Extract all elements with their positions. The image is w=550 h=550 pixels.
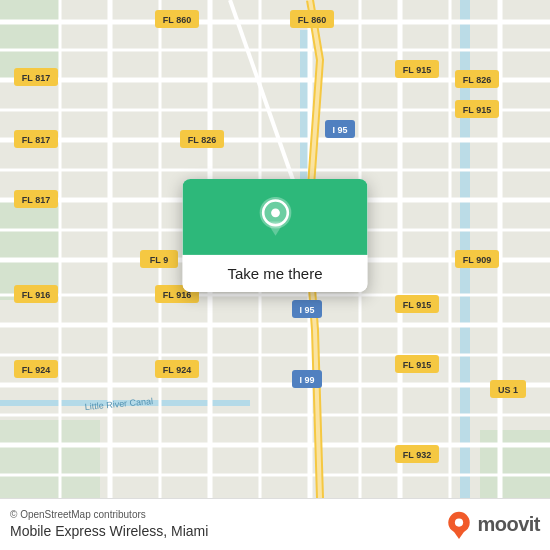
location-city: Miami: [171, 523, 208, 539]
svg-text:FL 915: FL 915: [403, 300, 431, 310]
svg-text:FL 924: FL 924: [163, 365, 191, 375]
svg-text:I 99: I 99: [299, 375, 314, 385]
bottom-info: © OpenStreetMap contributors Mobile Expr…: [10, 509, 208, 540]
svg-text:FL 817: FL 817: [22, 73, 50, 83]
svg-marker-88: [454, 530, 466, 538]
svg-text:FL 916: FL 916: [22, 290, 50, 300]
moovit-logo: moovit: [445, 511, 540, 539]
location-name-text: Mobile Express Wireless: [10, 523, 163, 539]
bottom-bar: © OpenStreetMap contributors Mobile Expr…: [0, 498, 550, 550]
svg-text:FL 924: FL 924: [22, 365, 50, 375]
svg-text:FL 915: FL 915: [403, 65, 431, 75]
svg-rect-7: [480, 430, 550, 498]
svg-text:FL 817: FL 817: [22, 195, 50, 205]
svg-text:FL 817: FL 817: [22, 135, 50, 145]
location-name: Mobile Express Wireless, Miami: [10, 523, 208, 539]
moovit-label: moovit: [477, 513, 540, 536]
location-city-sep: ,: [163, 523, 171, 539]
svg-text:FL 915: FL 915: [403, 360, 431, 370]
popup-card: Take me there: [183, 179, 368, 292]
svg-text:FL 932: FL 932: [403, 450, 431, 460]
moovit-pin-icon: [445, 511, 473, 539]
popup-icon-area: [183, 179, 368, 255]
svg-marker-85: [266, 222, 284, 236]
app: FL 860 FL 860 FL 817 FL 915 FL 826 FL 91…: [0, 0, 550, 550]
svg-rect-8: [0, 420, 100, 498]
svg-text:FL 860: FL 860: [298, 15, 326, 25]
svg-text:I 95: I 95: [332, 125, 347, 135]
svg-text:US 1: US 1: [498, 385, 518, 395]
location-line: Mobile Express Wireless, Miami: [10, 522, 208, 540]
svg-text:I 95: I 95: [299, 305, 314, 315]
attribution-text: © OpenStreetMap contributors: [10, 509, 208, 520]
take-me-there-button[interactable]: Take me there: [183, 255, 368, 292]
svg-point-84: [271, 208, 280, 217]
svg-text:FL 909: FL 909: [463, 255, 491, 265]
svg-point-87: [455, 518, 463, 526]
svg-text:FL 826: FL 826: [188, 135, 216, 145]
svg-rect-4: [460, 200, 470, 498]
svg-text:FL 915: FL 915: [463, 105, 491, 115]
svg-text:FL 860: FL 860: [163, 15, 191, 25]
map-container: FL 860 FL 860 FL 817 FL 915 FL 826 FL 91…: [0, 0, 550, 498]
svg-text:FL 9: FL 9: [150, 255, 168, 265]
location-pin-icon: [253, 197, 297, 241]
svg-text:FL 826: FL 826: [463, 75, 491, 85]
